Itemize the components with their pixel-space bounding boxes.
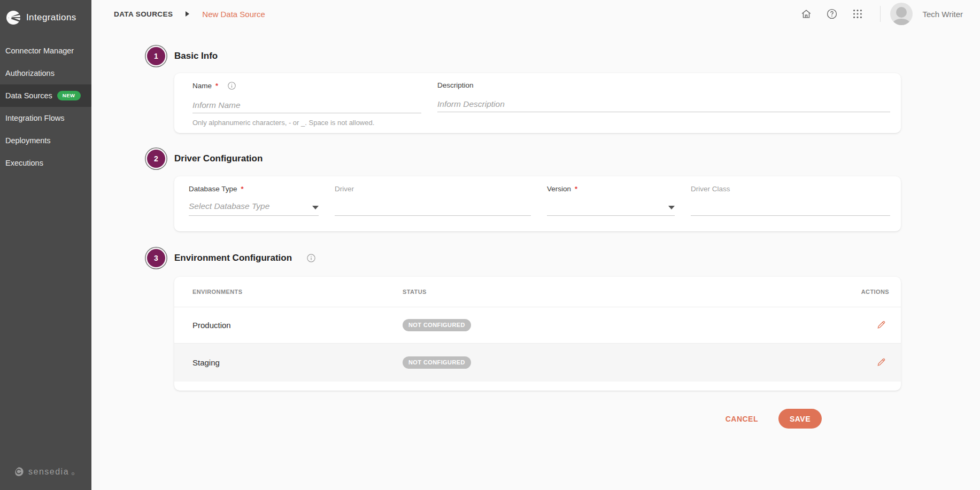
edit-pencil-icon xyxy=(876,356,887,368)
edit-staging-button[interactable] xyxy=(874,354,889,371)
sidebar-item-authorizations[interactable]: Authorizations xyxy=(0,62,91,84)
step-1-circle: 1 xyxy=(147,47,165,65)
description-label: Description xyxy=(437,81,474,89)
sidebar-item-integration-flows[interactable]: Integration Flows xyxy=(0,107,91,129)
sidebar-item-label: Authorizations xyxy=(5,69,55,77)
table-row-staging: Staging NOT CONFIGURED xyxy=(174,344,901,382)
name-field-group: Name * Only alphanumeric ch xyxy=(192,81,421,133)
topbar: DATA SOURCES New Data Source xyxy=(91,0,980,28)
database-type-required-marker: * xyxy=(241,185,244,193)
version-required-marker: * xyxy=(575,185,577,193)
name-label: Name xyxy=(192,82,212,90)
avatar[interactable] xyxy=(890,3,913,25)
sidebar-item-deployments[interactable]: Deployments xyxy=(0,129,91,152)
sensedia-brand: sensedia ⊙ xyxy=(0,466,91,490)
driver-configuration-card: Database Type * Select Database Type Dri… xyxy=(174,176,901,231)
section-driver-configuration-title: Driver Configuration xyxy=(174,153,263,164)
environments-table-header: ENVIRONMENTS STATUS ACTIONS xyxy=(174,277,901,307)
home-button[interactable] xyxy=(796,3,817,25)
step-2-circle: 2 xyxy=(147,150,165,168)
actions-cell xyxy=(852,354,889,371)
avatar-body xyxy=(892,19,910,25)
home-icon xyxy=(800,8,812,20)
driver-class-field-group: Driver Class xyxy=(691,185,890,231)
sidebar-item-label: Executions xyxy=(5,159,43,167)
section-environment-configuration: 3 Environment Configuration ENVIRONMENTS… xyxy=(147,249,901,391)
topbar-right: Tech Writer xyxy=(791,3,967,25)
status-badge: NOT CONFIGURED xyxy=(403,319,471,331)
column-actions: ACTIONS xyxy=(852,289,889,295)
form-actions: CANCEL SAVE xyxy=(91,409,901,429)
driver-field-group: Driver xyxy=(335,185,531,231)
sidebar-nav: Connector Manager Authorizations Data So… xyxy=(0,40,91,174)
status-cell: NOT CONFIGURED xyxy=(403,356,852,369)
sensedia-logo-icon xyxy=(14,466,25,477)
edit-production-button[interactable] xyxy=(874,317,889,334)
section-environment-configuration-title: Environment Configuration xyxy=(174,253,292,263)
environment-cell: Staging xyxy=(192,358,403,367)
environment-configuration-card: ENVIRONMENTS STATUS ACTIONS Production N… xyxy=(174,277,901,391)
status-cell: NOT CONFIGURED xyxy=(403,319,852,331)
breadcrumb-current: New Data Source xyxy=(202,10,265,19)
driver-class-label: Driver Class xyxy=(691,185,730,193)
app-logo: Integrations xyxy=(0,0,91,40)
database-type-label-row: Database Type * xyxy=(189,185,319,193)
driver-input[interactable] xyxy=(335,200,531,216)
chevron-down-icon xyxy=(312,206,319,209)
name-required-marker: * xyxy=(215,82,218,90)
registered-mark-icon: ⊙ xyxy=(71,471,75,476)
basic-info-card: Name * Only alphanumeric ch xyxy=(174,73,901,133)
description-field-group: Description xyxy=(437,81,890,133)
name-input[interactable] xyxy=(192,97,421,113)
apps-grid-button[interactable] xyxy=(847,3,868,25)
sidebar-item-connector-manager[interactable]: Connector Manager xyxy=(0,40,91,62)
new-badge: NEW xyxy=(57,91,81,100)
apps-grid-icon xyxy=(852,8,863,20)
help-icon xyxy=(826,8,838,20)
column-status: STATUS xyxy=(403,289,852,295)
database-type-field-group: Database Type * Select Database Type xyxy=(189,185,319,231)
status-badge: NOT CONFIGURED xyxy=(403,356,471,369)
name-helper-text: Only alphanumeric characters, - or _. Sp… xyxy=(192,119,421,127)
version-label-row: Version * xyxy=(547,185,675,193)
save-button[interactable]: SAVE xyxy=(778,409,822,429)
driver-label-row: Driver xyxy=(335,185,531,193)
sidebar-item-executions[interactable]: Executions xyxy=(0,152,91,174)
table-row-production: Production NOT CONFIGURED xyxy=(174,307,901,344)
page-content: 1 Basic Info Name * xyxy=(91,28,980,490)
step-3-circle: 3 xyxy=(147,249,165,267)
section-basic-info: 1 Basic Info Name * xyxy=(147,47,901,133)
topbar-divider xyxy=(880,6,881,22)
version-field-group: Version * xyxy=(547,185,675,231)
database-type-placeholder: Select Database Type xyxy=(189,201,269,211)
section-driver-configuration-header: 2 Driver Configuration xyxy=(147,150,901,168)
breadcrumb-parent[interactable]: DATA SOURCES xyxy=(114,10,173,18)
column-environments: ENVIRONMENTS xyxy=(192,289,403,295)
sidebar-item-label: Connector Manager xyxy=(5,46,74,55)
driver-class-input[interactable] xyxy=(691,200,890,216)
driver-label: Driver xyxy=(335,185,354,193)
breadcrumb-arrow-icon xyxy=(186,11,189,17)
cancel-button[interactable]: CANCEL xyxy=(723,410,760,427)
section-environment-configuration-header: 3 Environment Configuration xyxy=(147,249,901,267)
section-driver-configuration: 2 Driver Configuration Database Type * S… xyxy=(147,150,901,231)
version-label: Version xyxy=(547,185,571,193)
database-type-select[interactable]: Select Database Type xyxy=(189,193,319,216)
sidebar-item-label: Data Sources xyxy=(5,91,52,100)
name-info-icon[interactable] xyxy=(227,81,236,90)
edit-pencil-icon xyxy=(876,319,887,330)
driver-class-label-row: Driver Class xyxy=(691,185,890,193)
sidebar-item-data-sources[interactable]: Data Sources NEW xyxy=(0,84,91,107)
description-input[interactable] xyxy=(437,96,890,112)
integrations-logo-icon xyxy=(5,10,21,26)
sidebar: Integrations Connector Manager Authoriza… xyxy=(0,0,91,490)
help-button[interactable] xyxy=(821,3,843,25)
chevron-down-icon xyxy=(668,206,675,209)
version-select[interactable] xyxy=(547,193,675,216)
environment-configuration-info-icon[interactable] xyxy=(306,253,316,263)
actions-cell xyxy=(852,317,889,334)
user-name: Tech Writer xyxy=(922,10,963,19)
breadcrumb: DATA SOURCES New Data Source xyxy=(114,10,265,19)
section-basic-info-header: 1 Basic Info xyxy=(147,47,901,65)
database-type-label: Database Type xyxy=(189,185,237,193)
